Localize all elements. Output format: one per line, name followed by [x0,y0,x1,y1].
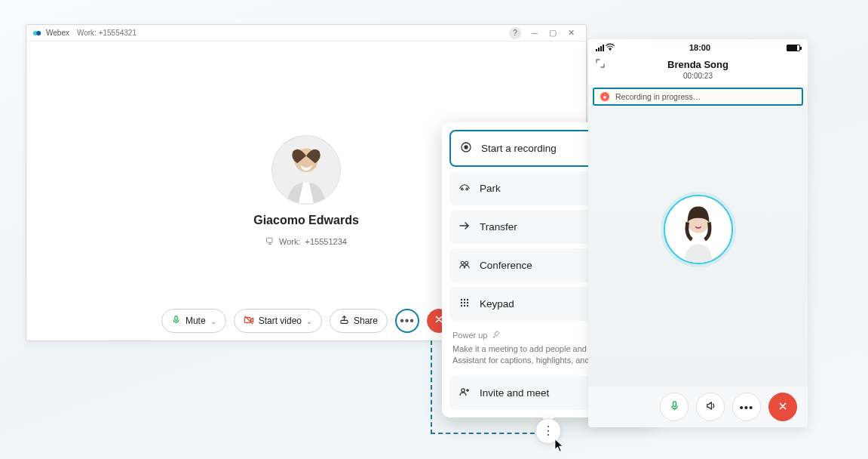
transfer-icon [459,220,471,234]
menu-park-label: Park [480,183,501,194]
line-label: Work: [279,237,301,246]
menu-invite-label: Invite and meet [480,387,549,399]
park-icon [459,181,471,196]
app-name: Webex [46,29,69,37]
ellipsis-icon: ••• [400,314,415,328]
svg-point-16 [467,299,468,300]
call-duration: 00:00:23 [588,72,808,80]
line-number: +15551234 [305,237,347,246]
mobile-body [588,106,808,387]
chevron-down-icon: ⌄ [210,317,216,325]
chevron-down-icon: ⌄ [306,317,312,325]
signal-wifi-icons [596,43,615,52]
mobile-contact-name: Brenda Song [588,59,808,70]
ellipsis-vertical-icon: ⋮ [542,425,554,437]
svg-point-21 [464,305,465,307]
rocket-icon [492,330,501,340]
share-button[interactable]: Share [330,309,388,333]
svg-rect-5 [175,316,177,321]
mobile-contact-avatar [664,195,733,264]
title-subtitle: Work: +15554321 [77,29,136,37]
start-video-label: Start video [259,316,302,326]
mobile-speaker-button[interactable] [696,393,725,421]
mute-button[interactable]: Mute ⌄ [161,309,226,333]
title-bar: Webex Work: +15554321 ? ─ ▢ ✕ [26,25,586,42]
svg-rect-4 [267,238,273,242]
collapse-icon[interactable] [594,57,606,72]
svg-point-24 [609,49,610,50]
svg-point-1 [36,31,41,35]
mobile-header: Brenda Song 00:00:23 [588,56,808,85]
svg-point-13 [465,261,468,264]
svg-point-14 [461,299,462,300]
invite-icon [459,386,471,400]
svg-point-20 [461,305,462,307]
mobile-call-screen: 18:00 Brenda Song 00:00:23 ● Recording i… [588,39,808,427]
svg-point-12 [461,261,464,264]
webex-logo-icon [32,29,41,38]
cellular-signal-icon [596,45,604,51]
conference-icon [459,258,471,273]
close-icon [778,401,788,414]
wifi-icon [606,43,615,52]
mic-icon [171,315,181,327]
ellipsis-icon: ••• [740,401,754,414]
menu-transfer-label: Transfer [480,221,517,233]
recording-text: Recording in progress… [615,92,701,101]
svg-point-22 [467,305,468,307]
device-icon [265,236,275,247]
more-options-button[interactable]: ••• [395,309,419,333]
recording-banner: ● Recording in progress… [593,88,803,106]
floating-more-button[interactable]: ⋮ [535,418,561,444]
svg-point-15 [464,299,465,300]
svg-point-11 [466,188,468,190]
mobile-more-button[interactable]: ••• [732,393,761,421]
mobile-toolbar: ••• [588,387,808,427]
powerup-title-label: Power up [452,331,487,340]
share-label: Share [354,316,378,326]
menu-conference-label: Conference [480,260,532,271]
mute-label: Mute [186,316,206,326]
svg-point-23 [462,389,465,392]
record-icon [460,141,472,156]
mobile-mute-button[interactable] [660,393,689,421]
svg-point-9 [465,146,468,149]
share-icon [339,315,349,327]
svg-rect-27 [673,402,676,407]
camera-off-icon [244,315,254,328]
menu-start-recording-label: Start a recording [481,143,557,154]
close-button[interactable]: ✕ [562,26,580,40]
svg-point-17 [461,302,462,303]
svg-point-10 [462,188,464,190]
contact-name: Giacomo Edwards [253,214,359,227]
svg-point-19 [467,302,468,303]
recording-indicator-icon: ● [600,92,609,101]
status-time: 18:00 [615,43,785,52]
menu-keypad-label: Keypad [480,298,514,310]
contact-avatar [271,135,341,205]
minimize-button[interactable]: ─ [526,26,544,40]
contact-line: Work: +15551234 [265,236,347,247]
mic-icon [669,400,680,414]
svg-point-18 [464,302,465,303]
status-bar: 18:00 [588,39,808,56]
keypad-icon [459,297,471,311]
start-video-button[interactable]: Start video ⌄ [234,309,322,333]
battery-icon [787,45,800,51]
speaker-icon [705,400,716,414]
mobile-end-call-button[interactable] [768,393,797,421]
maximize-button[interactable]: ▢ [544,26,562,40]
help-button[interactable]: ? [509,27,521,39]
